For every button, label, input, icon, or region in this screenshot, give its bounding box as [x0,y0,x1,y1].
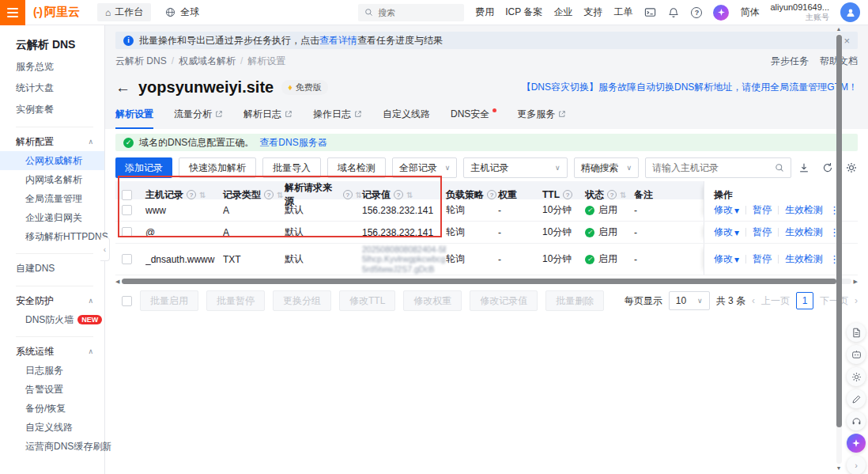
collapse-floatbar-button[interactable]: › [847,456,866,474]
row-checkbox[interactable] [122,254,132,264]
domain-check-button[interactable]: 域名检测 [327,157,386,178]
modify-value-button[interactable]: 修改记录值 [470,290,538,311]
edit-action[interactable]: 修改▾ [714,252,739,266]
async-tasks-link[interactable]: 异步任务 [771,55,809,68]
help-icon[interactable]: ? [691,7,702,18]
row-checkbox[interactable] [122,227,132,237]
sort-icon[interactable]: ⇅ [277,191,283,199]
verify-action[interactable]: 生效检测 [785,226,823,239]
sidebar-item-backup-restore[interactable]: 备份/恢复 [0,399,104,418]
aliyun-logo[interactable]: (-) 阿里云 [33,5,80,20]
per-page-select[interactable]: 10∨ [669,291,710,310]
tab-traffic-analysis[interactable]: 流量分析 [174,108,223,129]
scroll-left-arrow[interactable]: ◀ [115,279,119,284]
breadcrumb-dns[interactable]: 云解析 DNS [115,55,167,68]
current-page-button[interactable]: 1 [796,292,813,309]
edit-action[interactable]: 修改▾ [714,226,739,239]
next-page-button[interactable]: 下一页 [820,294,848,308]
sidebar-item-log-service[interactable]: 日志服务 [0,361,104,380]
prev-page-button[interactable]: 上一页 [761,294,790,308]
tab-custom-lines[interactable]: 自定义线路 [383,108,430,129]
notifications-bell-icon[interactable] [667,6,680,19]
ai-assistant-float-button[interactable] [847,434,866,453]
docs-float-button[interactable] [847,323,866,342]
record-type-filter-select[interactable]: 全部记录 ∨ [392,157,457,178]
sidebar-item-enterprise-recursive-gateway[interactable]: 企业递归网关 [0,208,104,227]
tab-more-services[interactable]: 更多服务 [517,108,566,129]
topbar-link-tickets[interactable]: 工单 [613,6,632,19]
tab-operation-logs[interactable]: 操作日志 [313,108,362,129]
sidebar-item-self-built-dns[interactable]: 自建DNS [0,259,104,279]
sidebar-item-isp-cache-refresh[interactable]: 运营商DNS缓存刷新 [0,437,104,456]
settings-float-button[interactable] [847,367,866,386]
info-icon[interactable]: ? [487,190,496,199]
sidebar-item-gtm[interactable]: 全局流量管理 [0,189,104,208]
sort-icon[interactable]: ⇅ [620,191,626,199]
modify-weight-button[interactable]: 修改权重 [403,290,462,311]
sort-icon[interactable]: ⇅ [199,191,206,199]
global-search-input[interactable] [378,8,457,17]
tab-dns-security[interactable]: DNS安全 [451,108,496,129]
verify-action[interactable]: 生效检测 [785,203,823,217]
ai-assistant-icon[interactable] [713,5,729,21]
tab-resolve-settings[interactable]: 解析设置 [115,108,153,129]
add-record-button[interactable]: 添加记录 [115,157,172,178]
topbar-link-support[interactable]: 支持 [583,6,602,19]
sidebar-item-service-overview[interactable]: 服务总览 [0,57,104,77]
batch-select-checkbox[interactable] [122,296,132,306]
account-info[interactable]: aliyun091649... 主账号 [770,2,829,21]
scroll-right-arrow[interactable]: ▶ [854,279,858,284]
info-icon[interactable]: ? [394,190,403,199]
tab-resolve-logs[interactable]: 解析日志 [243,108,292,129]
refresh-icon[interactable] [821,161,834,174]
sidebar-section-parse-config[interactable]: 解析配置 ∧ [0,132,104,151]
next-chevron-icon[interactable]: › [855,295,858,306]
batch-delete-button[interactable]: 批量删除 [545,290,604,311]
host-record-search[interactable] [645,157,791,178]
info-icon[interactable]: ? [187,190,196,199]
breadcrumb-authoritative[interactable]: 权威域名解析 [179,55,236,68]
sort-icon[interactable]: ⇅ [356,191,362,199]
h-scroll-thumb[interactable] [122,279,836,284]
topbar-link-icp[interactable]: ICP 备案 [505,6,542,19]
select-all-checkbox[interactable] [122,190,132,200]
sidebar-item-private-dns[interactable]: 内网域名解析 [0,170,104,189]
change-group-button[interactable]: 更换分组 [273,290,331,311]
sidebar-section-system-ops[interactable]: 系统运维 ∧ [0,342,104,361]
hamburger-menu-button[interactable] [0,0,25,25]
pause-action[interactable]: 暂停 [753,252,772,266]
sidebar-item-custom-lines[interactable]: 自定义线路 [0,418,104,437]
v-scroll-track[interactable] [836,33,842,464]
info-icon[interactable]: ? [343,190,353,199]
topbar-link-enterprise[interactable]: 企业 [553,6,572,19]
host-record-search-input[interactable] [652,162,775,173]
batch-pause-button[interactable]: 批量暂停 [206,290,265,311]
close-icon[interactable]: × [843,35,850,47]
row-checkbox[interactable] [122,205,132,215]
sidebar-item-public-authoritative-dns[interactable]: 公网权威解析 [0,151,104,170]
feedback-float-button[interactable] [847,389,866,408]
download-icon[interactable] [798,161,810,174]
match-mode-select[interactable]: 精确搜索 ∨ [574,157,639,178]
sidebar-section-security[interactable]: 安全防护 ∧ [0,291,104,310]
workbench-button[interactable]: ⌂ 工作台 [97,3,151,21]
column-settings-gear-icon[interactable] [845,161,858,174]
pause-action[interactable]: 暂停 [753,226,772,239]
region-selector[interactable]: 全球 [164,6,199,19]
sidebar-item-alert-settings[interactable]: 告警设置 [0,380,104,399]
batch-enable-button[interactable]: 批量启用 [140,290,198,311]
batch-import-button[interactable]: 批量导入 [262,157,321,178]
horizontal-scrollbar[interactable]: ◀ ▶ [115,278,858,284]
sort-icon[interactable]: ⇅ [406,191,413,199]
gtm-tip-link[interactable]: 【DNS容灾切换】服务故障自动切换DNS解析地址，请使用全局流量管理GTM！ [522,81,858,94]
back-arrow-button[interactable]: ← [115,80,130,95]
prev-chevron-icon[interactable]: ‹ [752,295,755,306]
topbar-link-billing[interactable]: 费用 [475,6,494,19]
sidebar-item-instance-plans[interactable]: 实例套餐 [0,100,104,119]
scroll-up-arrow[interactable]: ▲ [836,26,842,32]
pause-action[interactable]: 暂停 [753,203,772,217]
support-float-button[interactable] [847,411,866,430]
modify-ttl-button[interactable]: 修改TTL [339,290,395,311]
sidebar-collapse-handle[interactable]: ‹ [100,237,110,261]
guide-float-button[interactable] [847,345,866,364]
